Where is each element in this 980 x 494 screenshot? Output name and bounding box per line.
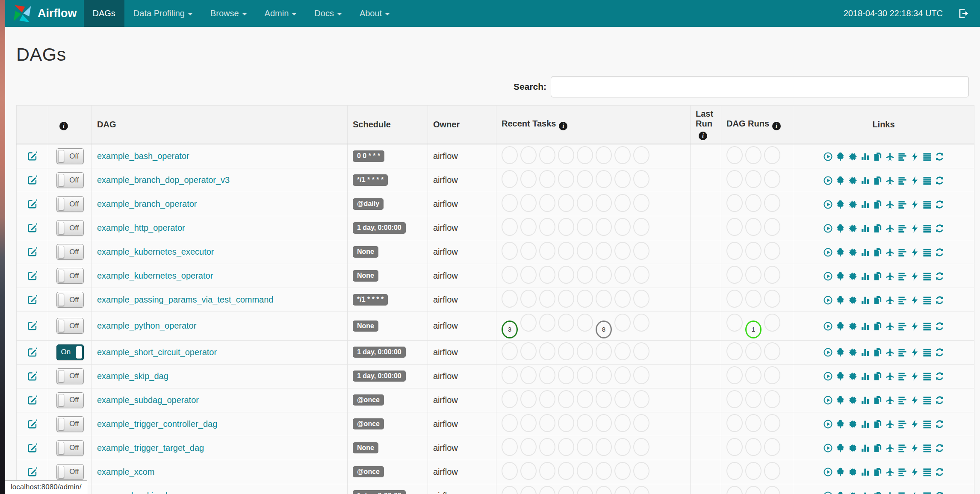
link-task-instances[interactable] (922, 395, 932, 405)
edit-dag-link[interactable] (27, 271, 38, 280)
link-code-view[interactable] (910, 200, 920, 209)
dag-run-circle[interactable] (745, 390, 762, 408)
link-trigger-dag[interactable] (823, 419, 833, 429)
link-trigger-dag[interactable] (823, 395, 833, 405)
recent-task-circle[interactable] (539, 194, 555, 212)
recent-task-circle[interactable] (539, 438, 555, 456)
link-gantt-view[interactable] (897, 152, 907, 162)
edit-dag-link[interactable] (27, 418, 38, 428)
link-task-duration[interactable] (860, 152, 870, 162)
link-refresh[interactable] (935, 152, 945, 162)
recent-task-circle[interactable] (577, 146, 593, 164)
link-code-view[interactable] (910, 371, 920, 381)
recent-task-circle[interactable] (539, 486, 555, 494)
dag-run-circle[interactable] (726, 366, 743, 384)
recent-task-circle[interactable] (633, 290, 649, 308)
dag-run-circle[interactable] (764, 486, 780, 494)
dag-run-circle[interactable] (764, 342, 780, 360)
link-refresh[interactable] (935, 200, 945, 209)
recent-task-circle[interactable] (633, 462, 649, 480)
dag-pause-toggle[interactable]: Off (56, 148, 84, 164)
dag-run-circle[interactable] (726, 194, 743, 212)
dag-pause-toggle[interactable]: Off (56, 196, 84, 212)
link-landing-times[interactable] (885, 200, 895, 209)
link-graph-view[interactable] (848, 491, 858, 494)
link-landing-times[interactable] (885, 176, 895, 185)
recent-task-circle[interactable] (502, 290, 518, 308)
recent-task-circle[interactable] (558, 218, 574, 236)
recent-task-circle[interactable] (596, 146, 612, 164)
dag-run-circle[interactable] (764, 314, 780, 332)
recent-task-circle[interactable] (520, 242, 537, 260)
recent-task-circle[interactable] (539, 242, 555, 260)
link-task-duration[interactable] (860, 467, 870, 477)
recent-task-circle[interactable] (539, 366, 555, 384)
link-graph-view[interactable] (848, 176, 858, 185)
recent-task-circle[interactable]: 8 (596, 321, 612, 338)
link-task-tries[interactable] (873, 271, 883, 281)
recent-task-circle[interactable] (633, 146, 649, 164)
link-task-tries[interactable] (873, 395, 883, 405)
recent-task-circle[interactable] (577, 242, 593, 260)
dag-pause-toggle[interactable]: Off (56, 268, 84, 284)
recent-task-circle[interactable] (596, 462, 612, 480)
recent-task-circle[interactable] (520, 146, 537, 164)
link-landing-times[interactable] (885, 223, 895, 233)
link-tree-view[interactable] (835, 176, 845, 185)
dag-run-circle[interactable] (745, 242, 762, 260)
dag-run-circle[interactable] (745, 290, 762, 308)
dag-pause-toggle[interactable]: On (56, 344, 84, 360)
link-code-view[interactable] (910, 295, 920, 305)
link-task-duration[interactable] (860, 295, 870, 305)
link-code-view[interactable] (910, 271, 920, 281)
recent-task-circle[interactable] (614, 266, 631, 284)
recent-task-circle[interactable] (539, 414, 555, 432)
link-task-tries[interactable] (873, 443, 883, 453)
link-landing-times[interactable] (885, 419, 895, 429)
dag-run-circle[interactable] (726, 170, 743, 188)
link-refresh[interactable] (935, 295, 945, 305)
recent-task-circle[interactable] (577, 414, 593, 432)
dag-run-circle[interactable] (726, 486, 743, 494)
recent-task-circle[interactable] (614, 342, 631, 360)
link-tree-view[interactable] (835, 271, 845, 281)
edit-dag-link[interactable] (27, 394, 38, 404)
recent-task-circle[interactable] (502, 462, 518, 480)
recent-task-circle[interactable] (558, 486, 574, 494)
recent-task-circle[interactable] (577, 462, 593, 480)
link-code-view[interactable] (910, 491, 920, 494)
recent-task-circle[interactable] (577, 366, 593, 384)
link-task-instances[interactable] (922, 271, 932, 281)
link-task-instances[interactable] (922, 295, 932, 305)
link-task-tries[interactable] (873, 152, 883, 162)
link-task-duration[interactable] (860, 223, 870, 233)
dag-run-circle[interactable] (745, 414, 762, 432)
link-code-view[interactable] (910, 176, 920, 185)
dag-run-circle[interactable] (745, 438, 762, 456)
link-gantt-view[interactable] (897, 321, 907, 331)
recent-task-circle[interactable] (520, 266, 537, 284)
recent-task-circle[interactable] (520, 290, 537, 308)
dag-run-circle[interactable] (745, 170, 762, 188)
link-landing-times[interactable] (885, 347, 895, 357)
link-tree-view[interactable] (835, 419, 845, 429)
nav-item-dags[interactable]: DAGs (84, 0, 124, 27)
recent-task-circle[interactable] (596, 266, 612, 284)
recent-task-circle[interactable] (520, 414, 537, 432)
recent-task-circle[interactable] (614, 414, 631, 432)
link-landing-times[interactable] (885, 443, 895, 453)
recent-task-circle[interactable] (520, 218, 537, 236)
link-trigger-dag[interactable] (823, 467, 833, 477)
link-task-duration[interactable] (860, 271, 870, 281)
dag-run-circle[interactable] (764, 290, 780, 308)
link-task-duration[interactable] (860, 321, 870, 331)
recent-task-circle[interactable] (502, 242, 518, 260)
recent-task-circle[interactable] (577, 218, 593, 236)
dag-run-circle[interactable] (726, 438, 743, 456)
dag-link[interactable]: example_branch_dop_operator_v3 (97, 175, 230, 185)
dag-run-circle[interactable] (726, 414, 743, 432)
recent-task-circle[interactable] (502, 366, 518, 384)
link-gantt-view[interactable] (897, 491, 907, 494)
link-trigger-dag[interactable] (823, 271, 833, 281)
recent-task-circle[interactable] (558, 146, 574, 164)
